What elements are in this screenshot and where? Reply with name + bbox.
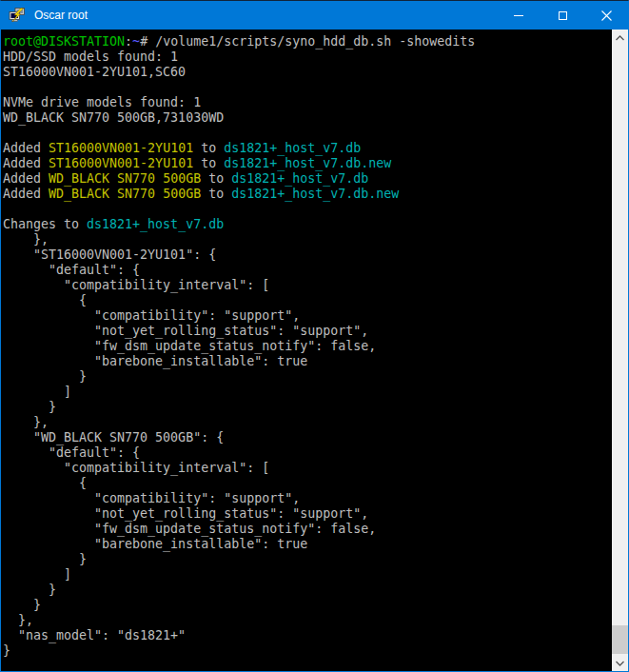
terminal-text: root@DISKSTATION [3,34,125,49]
terminal-line: }, [3,613,612,628]
terminal-text: "WD_BLACK SN770 500GB": { [3,430,224,445]
terminal-text: ds1821+_host_v7.db [231,171,368,186]
terminal-line: root@DISKSTATION:~# /volume1/scripts/syn… [3,34,612,49]
terminal-line: "fw_dsm_update_status_notify": false, [3,522,612,537]
terminal-output[interactable]: root@DISKSTATION:~# /volume1/scripts/syn… [1,30,612,671]
terminal-line: } [3,598,612,613]
terminal-line: Added WD_BLACK SN770 500GB to ds1821+_ho… [3,171,612,187]
scrollbar-track[interactable] [612,46,628,655]
terminal-text: "nas_model": "ds1821+" [3,628,186,642]
terminal-text: "not_yet_rolling_status": "support", [3,506,368,521]
terminal-line: "nas_model": "ds1821+" [3,628,612,643]
terminal-text: ds1821+_host_v7.db.new [224,156,391,170]
terminal-text: Added [3,187,49,201]
terminal-text: ds1821+_host_v7.db [224,141,361,155]
terminal-text: ds1821+_host_v7.db.new [231,187,399,201]
terminal-text: } [3,643,10,658]
terminal-text: ST16000VN001-2YU101,SC60 [3,65,186,79]
putty-app-icon [9,8,26,23]
terminal-text: Changes to [3,217,87,231]
terminal-text: } [3,369,87,384]
terminal-text: WD_BLACK SN770 500GB [49,171,201,186]
terminal-text: } [3,400,56,414]
terminal-line: { [3,476,612,491]
chevron-down-icon [616,661,624,666]
minimize-icon [514,15,523,16]
terminal-text: "fw_dsm_update_status_notify": false, [3,522,376,536]
terminal-text: "barebone_installable": true [3,537,307,551]
terminal-line: "barebone_installable": true [3,354,612,369]
terminal-text: "ST16000VN001-2YU101": { [3,247,216,262]
terminal-line: "fw_dsm_update_status_notify": false, [3,339,612,354]
putty-window: Oscar root root@DISKSTATION:~# /volume1/… [0,0,629,672]
terminal-line: "compatibility_interval": [ [3,461,612,476]
terminal-line [3,126,612,141]
terminal-line: NVMe drive models found: 1 [3,95,612,110]
terminal-text: }, [3,415,49,429]
terminal-line: { [3,293,612,308]
terminal-text: "not_yet_rolling_status": "support", [3,324,368,338]
terminal-line: WD_BLACK SN770 500GB,731030WD [3,110,612,126]
terminal-line: ] [3,567,612,583]
terminal-line: "compatibility": "support", [3,491,612,506]
terminal-text: to [193,156,224,170]
terminal-line: "barebone_installable": true [3,537,612,552]
terminal-text: "fw_dsm_update_status_notify": false, [3,339,376,353]
terminal-text: { [3,293,87,307]
scrollbar-thumb[interactable] [612,625,628,654]
terminal-text: HDD/SSD models found: 1 [3,49,178,64]
terminal-line: "WD_BLACK SN770 500GB": { [3,430,612,445]
minimize-button[interactable] [497,1,541,30]
terminal-text: "default": { [3,445,140,460]
scroll-up-button[interactable] [612,30,628,46]
terminal-line: } [3,400,612,415]
terminal-text: to [193,141,224,155]
terminal-line [3,80,612,95]
terminal-text: "compatibility_interval": [ [3,461,269,475]
terminal-line: ] [3,385,612,400]
terminal-line: }, [3,415,612,430]
window-controls [497,1,628,30]
terminal-text: to [201,187,231,201]
terminal-line: } [3,643,612,659]
terminal-text: "compatibility": "support", [3,308,300,323]
terminal-line: ST16000VN001-2YU101,SC60 [3,65,612,80]
maximize-button[interactable] [541,1,584,30]
terminal-text: Added [3,156,49,170]
terminal-text: NVMe drive models found: 1 [3,95,201,109]
terminal-text: "barebone_installable": true [3,354,307,368]
terminal-line: } [3,583,612,598]
maximize-icon [559,11,567,20]
scrollbar[interactable] [612,30,628,671]
terminal-line: Added ST16000VN001-2YU101 to ds1821+_hos… [3,156,612,171]
close-icon [601,10,612,21]
terminal-text: ds1821+_host_v7.db [87,217,224,231]
titlebar[interactable]: Oscar root [1,1,628,30]
terminal-text: "compatibility": "support", [3,491,300,505]
terminal-text: Added [3,171,49,186]
terminal-text: "default": { [3,263,140,277]
close-button[interactable] [584,1,628,30]
terminal-text: ~ [132,34,140,49]
terminal-line: } [3,552,612,567]
terminal-line: "default": { [3,263,612,278]
chevron-up-icon [616,35,624,41]
terminal-text: to [201,171,231,186]
terminal-text: WD_BLACK SN770 500GB [49,187,201,201]
scroll-down-button[interactable] [612,655,628,671]
terminal-text: WD_BLACK SN770 500GB,731030WD [3,110,224,125]
terminal-line: Added ST16000VN001-2YU101 to ds1821+_hos… [3,141,612,156]
terminal-text: Added [3,141,49,155]
terminal-line: }, [3,232,612,247]
terminal-line: } [3,369,612,385]
terminal-line: Added WD_BLACK SN770 500GB to ds1821+_ho… [3,187,612,202]
terminal-line: "compatibility": "support", [3,308,612,324]
terminal-line: "not_yet_rolling_status": "support", [3,324,612,339]
window-title: Oscar root [34,9,88,22]
terminal-text: : [125,34,132,49]
terminal-line [3,202,612,217]
terminal-text: ] [3,385,71,399]
terminal-line: HDD/SSD models found: 1 [3,49,612,65]
terminal-text: # /volume1/scripts/syno_hdd_db.sh -showe… [140,34,475,49]
terminal-line: "not_yet_rolling_status": "support", [3,506,612,522]
